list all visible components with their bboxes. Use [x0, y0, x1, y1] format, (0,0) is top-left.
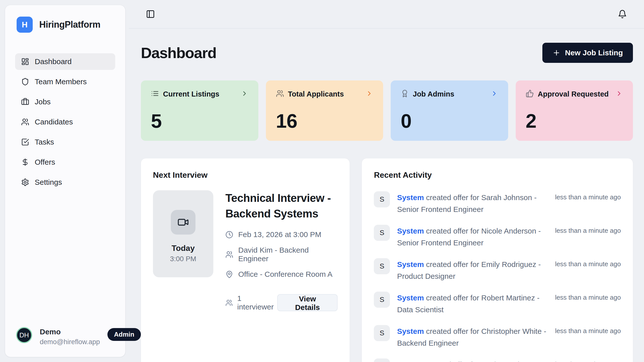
- panels-row: Next Interview Today 3:00 PM Technical I…: [141, 158, 633, 362]
- video-camera-icon: [177, 216, 189, 228]
- user-name: Demo: [40, 328, 100, 336]
- view-details-button[interactable]: View Details: [277, 294, 338, 311]
- page-content: Dashboard New Job Listing Current Listin…: [129, 29, 644, 362]
- new-job-listing-label: New Job Listing: [565, 49, 623, 57]
- interview-location: Office - Conference Room A: [238, 270, 333, 279]
- sidebar-item-label: Team Members: [35, 77, 87, 86]
- next-interview-title: Next Interview: [153, 170, 338, 180]
- sidebar-item-label: Offers: [35, 158, 55, 166]
- stat-card-total-applicants[interactable]: Total Applicants 16: [266, 80, 383, 141]
- activity-actor-link[interactable]: System: [397, 260, 424, 268]
- sidebar-item-offers[interactable]: Offers: [15, 154, 115, 170]
- sidebar-spacer: [15, 194, 115, 327]
- award-icon: [401, 89, 409, 99]
- sidebar-item-tasks[interactable]: Tasks: [15, 134, 115, 150]
- users-icon: [21, 118, 29, 126]
- activity-actor-link[interactable]: System: [397, 294, 424, 302]
- stat-value: 5: [151, 111, 248, 131]
- stat-label: Approval Requested: [538, 90, 609, 98]
- check-square-icon: [21, 138, 29, 146]
- dollar-icon: [21, 158, 29, 166]
- activity-item: S System created offer for Nicole Anders…: [374, 225, 621, 249]
- sidebar-nav: Dashboard Team Members Jobs Candidates T…: [15, 53, 115, 194]
- sidebar-item-settings[interactable]: Settings: [15, 174, 115, 191]
- activity-actor-link[interactable]: System: [397, 227, 424, 235]
- avatar-initials: DH: [19, 331, 29, 339]
- stat-card-approval-requested[interactable]: Approval Requested 2: [516, 80, 633, 141]
- avatar: DH: [16, 327, 32, 343]
- next-interview-panel: Next Interview Today 3:00 PM Technical I…: [141, 158, 350, 362]
- activity-item: S System created offer for Robert Martin…: [374, 292, 621, 315]
- activity-item: S System created offer for Sarah Johnson…: [374, 191, 621, 215]
- activity-timestamp: less than a minute ago: [555, 258, 621, 268]
- chevron-right-icon: [366, 90, 373, 98]
- clock-icon: [225, 231, 233, 239]
- dashboard-grid-icon: [21, 58, 29, 66]
- activity-avatar: S: [374, 358, 390, 362]
- recent-activity-title: Recent Activity: [374, 170, 621, 180]
- activity-avatar: S: [374, 258, 390, 274]
- activity-item: S System created offer for Kevin Patel -…: [374, 358, 621, 362]
- app-logo: H: [17, 17, 33, 33]
- interview-date-tile: Today 3:00 PM: [153, 190, 213, 277]
- shield-icon: [21, 78, 29, 86]
- stat-value: 0: [401, 111, 498, 131]
- chevron-right-icon: [615, 90, 623, 98]
- interview-datetime: Feb 13, 2026 at 3:00 PM: [238, 230, 321, 239]
- new-job-listing-button[interactable]: New Job Listing: [542, 43, 633, 63]
- sidebar-item-candidates[interactable]: Candidates: [15, 114, 115, 130]
- video-tile: [171, 210, 195, 235]
- activity-timestamp: less than a minute ago: [555, 325, 621, 335]
- activity-actor-link[interactable]: System: [397, 360, 424, 362]
- interview-time: 3:00 PM: [170, 255, 196, 263]
- stat-label: Total Applicants: [288, 90, 344, 98]
- activity-list: S System created offer for Sarah Johnson…: [374, 191, 621, 362]
- sidebar-item-label: Candidates: [35, 118, 73, 126]
- notifications-button[interactable]: [617, 9, 628, 20]
- sidebar-item-label: Dashboard: [35, 57, 72, 66]
- activity-timestamp: less than a minute ago: [555, 292, 621, 301]
- user-email: demo@hireflow.app: [40, 338, 100, 346]
- sidebar-item-label: Tasks: [35, 138, 54, 146]
- sidebar: H HiringPlatform Dashboard Team Members …: [5, 5, 125, 357]
- main-column: Dashboard New Job Listing Current Listin…: [129, 0, 644, 362]
- recent-activity-panel: Recent Activity S System created offer f…: [362, 158, 633, 362]
- interview-location-row: Office - Conference Room A: [225, 270, 338, 279]
- activity-timestamp: less than a minute ago: [555, 191, 621, 201]
- map-pin-icon: [225, 270, 233, 278]
- activity-avatar: S: [374, 225, 390, 241]
- plus-icon: [552, 49, 560, 57]
- app-logo-letter: H: [22, 20, 27, 29]
- stat-label: Current Listings: [163, 90, 219, 98]
- activity-timestamp: less than a minute ago: [555, 358, 621, 362]
- interviewer-count: 1 interviewer: [225, 294, 277, 311]
- interview-day: Today: [172, 244, 195, 253]
- stat-card-job-admins[interactable]: Job Admins 0: [391, 80, 508, 141]
- sidebar-toggle-button[interactable]: [145, 9, 156, 20]
- stat-value: 16: [276, 111, 373, 131]
- activity-actor-link[interactable]: System: [397, 193, 424, 202]
- user-meta: Demo demo@hireflow.app: [40, 327, 100, 346]
- activity-actor-link[interactable]: System: [397, 327, 424, 335]
- sidebar-item-jobs[interactable]: Jobs: [15, 94, 115, 110]
- sidebar-item-dashboard[interactable]: Dashboard: [15, 53, 115, 70]
- briefcase-icon: [21, 98, 29, 106]
- chevron-right-icon: [491, 90, 498, 98]
- activity-timestamp: less than a minute ago: [555, 225, 621, 235]
- activity-avatar: S: [374, 191, 390, 207]
- activity-item: S System created offer for Emily Rodrigu…: [374, 258, 621, 282]
- sidebar-item-team-members[interactable]: Team Members: [15, 73, 115, 90]
- stat-card-current-listings[interactable]: Current Listings 5: [141, 80, 258, 141]
- activity-avatar: S: [374, 325, 390, 341]
- app-name: HiringPlatform: [39, 19, 100, 30]
- page-header: Dashboard New Job Listing: [141, 43, 633, 63]
- bell-icon: [618, 10, 627, 19]
- page-title: Dashboard: [141, 44, 216, 62]
- panel-left-icon: [146, 10, 155, 19]
- gear-icon: [21, 178, 29, 186]
- users-icon: [225, 299, 233, 307]
- app-brand: H HiringPlatform: [15, 17, 115, 33]
- topbar: [129, 0, 644, 29]
- user-profile[interactable]: DH Demo demo@hireflow.app Admin: [15, 327, 115, 346]
- stat-label: Job Admins: [413, 90, 454, 98]
